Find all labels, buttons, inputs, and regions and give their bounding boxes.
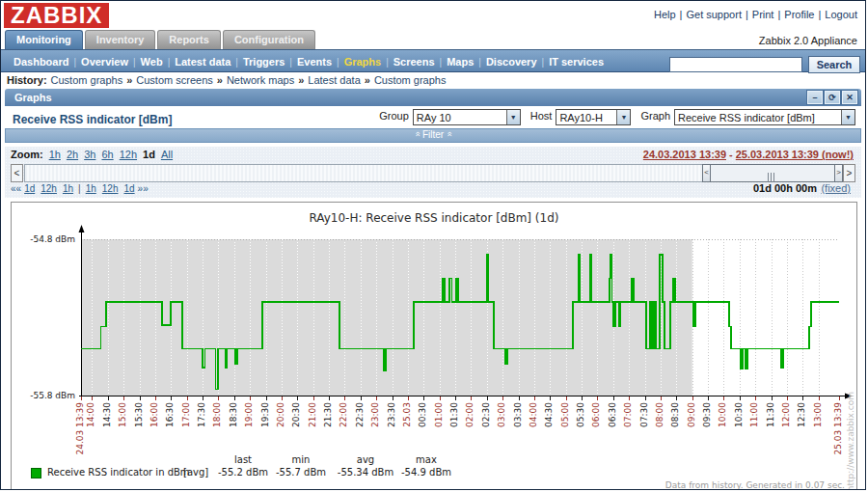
nav-it-services[interactable]: IT services	[549, 56, 604, 68]
appliance-label: Zabbix 2.0 Appliance	[759, 35, 857, 46]
separator: |	[478, 57, 481, 68]
nav-events[interactable]: Events	[297, 56, 332, 68]
zoom-active: 1d	[143, 149, 155, 160]
zoom-link-12h[interactable]: 12h	[120, 149, 137, 160]
x-axis-label: 25.03	[402, 402, 412, 427]
graph-selectors: GroupRAy 10▼HostRAy10-H▼GraphReceive RSS…	[369, 109, 855, 125]
zoom-link-all[interactable]: All	[161, 149, 173, 160]
zoom-link-1h[interactable]: 1h	[49, 149, 61, 160]
separator: |	[73, 57, 76, 68]
top-link-logout[interactable]: Logout	[825, 9, 857, 20]
nav-dashboard[interactable]: Dashboard	[14, 56, 68, 68]
x-axis-label: 24.03 13:39	[75, 402, 85, 455]
nav-fwd-1d[interactable]: 1d	[123, 183, 134, 194]
x-axis-label: 18:30	[229, 402, 238, 427]
zoom-link-2h[interactable]: 2h	[67, 149, 78, 160]
x-axis-label: 08:00	[655, 402, 665, 427]
x-axis-label: 15:00	[118, 402, 127, 427]
top-link-help[interactable]: Help	[654, 9, 676, 20]
nav-fwd-12h[interactable]: 12h	[102, 183, 119, 194]
separator: |	[440, 57, 443, 68]
stat-last: -55.2 dBm	[211, 467, 275, 478]
y-axis-arrow	[79, 225, 85, 232]
minimize-button[interactable]: –	[807, 91, 823, 104]
nav-graphs[interactable]: Graphs	[344, 56, 382, 68]
date-from-link[interactable]: 24.03.2013 13:39	[643, 149, 726, 160]
separator: |	[777, 9, 780, 20]
search-input[interactable]	[669, 57, 802, 72]
breadcrumb-link[interactable]: Custom graphs	[374, 74, 447, 86]
host-select[interactable]: RAy10-H▼	[556, 109, 631, 125]
slider-right-handle[interactable]: >	[834, 165, 842, 181]
date-to-link[interactable]: 25.03.2013 13:39 (now!)	[736, 149, 854, 160]
nav-maps[interactable]: Maps	[447, 56, 474, 68]
scroll-left-button[interactable]: <	[11, 164, 23, 182]
nav-latest-data[interactable]: Latest data	[175, 56, 231, 68]
zabbix-logo[interactable]: ZABBIX	[4, 3, 109, 28]
graph-select[interactable]: Receive RSS indicator [dBm]▼	[674, 109, 855, 125]
x-axis-label: 02:00	[465, 402, 475, 427]
zoom-link-6h[interactable]: 6h	[101, 149, 113, 160]
x-axis-label: 20:00	[276, 402, 285, 427]
x-axis-label: 12:00	[781, 402, 791, 427]
separator: |	[235, 57, 238, 68]
x-axis-label: 01:30	[449, 402, 459, 427]
page-title-row: Receive RSS indicator [dBm] GroupRAy 10▼…	[5, 106, 861, 128]
slider-grip-icon[interactable]	[768, 169, 778, 178]
tab-configuration[interactable]: Configuration	[223, 30, 315, 49]
group-label: Group	[379, 110, 409, 122]
breadcrumb-link[interactable]: Custom graphs	[51, 74, 123, 86]
nav-discovery[interactable]: Discovery	[486, 56, 537, 68]
nav-divider: |	[78, 183, 81, 194]
tab-monitoring[interactable]: Monitoring	[5, 30, 83, 49]
x-axis-label: 05:00	[560, 402, 570, 427]
nav-back-1d[interactable]: 1d	[24, 183, 35, 194]
dropdown-arrow-icon[interactable]: ▼	[841, 110, 854, 124]
nav-fwd-1h[interactable]: 1h	[86, 183, 96, 194]
timeline-slider[interactable]: < >	[702, 164, 843, 182]
x-axis-label: 19:00	[244, 402, 254, 427]
x-axis-label: 01:00	[434, 402, 444, 427]
breadcrumb-link[interactable]: Network maps	[227, 74, 294, 86]
tab-reports[interactable]: Reports	[157, 30, 221, 49]
nav-overview[interactable]: Overview	[81, 56, 128, 68]
x-axis-label: 22:00	[339, 402, 348, 427]
nav-web[interactable]: Web	[141, 56, 163, 68]
fixed-link[interactable]: (fixed)	[821, 182, 851, 194]
top-link-profile[interactable]: Profile	[784, 9, 814, 20]
zoom-link-3h[interactable]: 3h	[84, 149, 95, 160]
group-select[interactable]: RAy 10▼	[413, 109, 521, 125]
separator: |	[818, 9, 821, 20]
x-axis-label: 21:00	[308, 402, 317, 427]
period-links-row: ««1d12h1h|1h12h1d»» 01d 00h 00m (fixed)	[11, 183, 855, 196]
x-axis-label: 05:30	[576, 402, 585, 427]
nav-next-arrows[interactable]: »»	[138, 183, 149, 194]
slider-left-handle[interactable]: <	[703, 165, 711, 181]
top-link-get-support[interactable]: Get support	[686, 9, 741, 20]
x-axis-label: 11:00	[749, 402, 759, 427]
search-button[interactable]: Search	[808, 56, 860, 73]
breadcrumb-link[interactable]: Custom screens	[136, 74, 212, 86]
nav-prev-arrows[interactable]: ««	[11, 183, 21, 194]
breadcrumb-separator: »	[298, 74, 304, 86]
top-link-print[interactable]: Print	[752, 9, 774, 20]
selector-graph: GraphReceive RSS indicator [dBm]▼	[640, 110, 855, 122]
dropdown-arrow-icon[interactable]: ▼	[506, 110, 520, 124]
graph-select-value: Receive RSS indicator [dBm]	[675, 110, 841, 125]
nav-screens[interactable]: Screens	[393, 56, 435, 68]
x-axis-label: 03:30	[513, 402, 523, 427]
scroll-right-button[interactable]: >	[843, 164, 855, 182]
restore-button[interactable]: ⟳	[825, 91, 840, 104]
close-button[interactable]: ✕	[842, 91, 857, 104]
filter-toggle[interactable]: »Filter»	[5, 128, 861, 143]
host-label: Host	[530, 110, 553, 122]
dropdown-arrow-icon[interactable]: ▼	[616, 110, 630, 124]
breadcrumb-link[interactable]: Latest data	[308, 74, 360, 86]
graphs-widget-header: Graphs –⟳✕	[5, 89, 861, 106]
tab-inventory[interactable]: Inventory	[85, 30, 156, 49]
nav-back-12h[interactable]: 12h	[41, 183, 57, 194]
nav-triggers[interactable]: Triggers	[243, 56, 285, 68]
window-buttons: –⟳✕	[805, 91, 857, 104]
nav-back-1h[interactable]: 1h	[63, 183, 73, 194]
x-axis-label: 22:30	[355, 402, 365, 427]
